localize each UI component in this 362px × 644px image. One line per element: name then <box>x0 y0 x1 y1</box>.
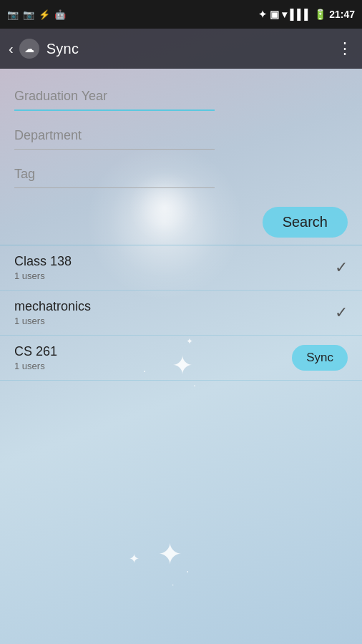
list-item-title: Class 138 <box>14 254 335 269</box>
checkmark-icon[interactable]: ✓ <box>335 303 348 322</box>
list-item-title: CS 261 <box>14 344 292 359</box>
tag-input[interactable] <box>14 161 215 188</box>
list-item-subtitle: 1 users <box>14 270 335 281</box>
status-icons-right: ✦ ▣ ▾ ▌▌▌ 🔋 21:47 <box>258 9 355 20</box>
battery-icon: 🔋 <box>314 9 326 20</box>
back-button[interactable]: ‹ <box>9 41 14 57</box>
search-button-container: Search <box>0 200 362 245</box>
android-icon: 🤖 <box>54 9 66 20</box>
results-list: Class 138 1 users ✓ mechatronics 1 users… <box>0 245 362 381</box>
app-bar-title: Sync <box>47 41 337 57</box>
time-display: 21:47 <box>329 9 355 20</box>
checkmark-icon[interactable]: ✓ <box>335 258 348 277</box>
graduation-year-field[interactable] <box>14 83 215 111</box>
main-content <box>0 69 362 188</box>
list-item-title: mechatronics <box>14 299 335 314</box>
list-item: mechatronics 1 users ✓ <box>0 291 362 336</box>
screenshot-icon: 📷 <box>23 9 34 20</box>
list-item-text: Class 138 1 users <box>14 254 335 281</box>
tag-field[interactable] <box>14 161 215 188</box>
overflow-menu-button[interactable]: ⋮ <box>337 39 353 58</box>
cloud-icon: ☁ <box>19 39 39 59</box>
usb-icon: ⚡ <box>39 9 50 20</box>
status-bar: 📷 📷 ⚡ 🤖 ✦ ▣ ▾ ▌▌▌ 🔋 21:47 <box>0 0 362 29</box>
search-button[interactable]: Search <box>263 207 348 238</box>
department-input[interactable] <box>14 122 215 150</box>
list-item-subtitle: 1 users <box>14 316 335 326</box>
signal-icon: ▌▌▌ <box>290 9 311 20</box>
nfc-icon: ▣ <box>270 9 279 20</box>
list-item-subtitle: 1 users <box>14 361 292 371</box>
bluetooth-icon: ✦ <box>258 9 267 20</box>
graduation-year-input[interactable] <box>14 83 215 111</box>
list-item: Class 138 1 users ✓ <box>0 245 362 291</box>
notification-icon: 📷 <box>7 9 19 20</box>
status-icons-left: 📷 📷 ⚡ 🤖 <box>7 9 66 20</box>
app-bar: ‹ ☁ Sync ⋮ <box>0 29 362 69</box>
list-item: CS 261 1 users Sync <box>0 336 362 381</box>
wifi-icon: ▾ <box>282 9 287 20</box>
sync-button[interactable]: Sync <box>292 345 348 371</box>
department-field[interactable] <box>14 122 215 150</box>
list-item-text: mechatronics 1 users <box>14 299 335 326</box>
list-item-text: CS 261 1 users <box>14 344 292 371</box>
